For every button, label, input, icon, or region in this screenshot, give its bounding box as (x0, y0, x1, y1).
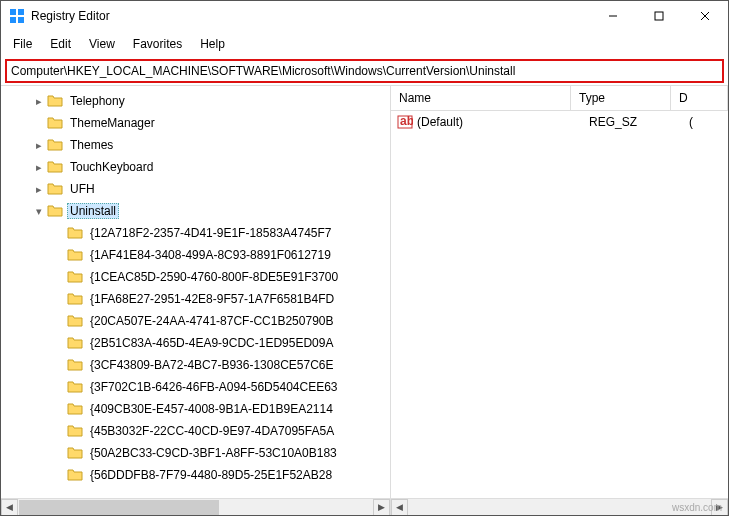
tree-item-label: ThemeManager (67, 115, 158, 131)
tree-item[interactable]: ▾Uninstall (1, 200, 390, 222)
value-type: REG_SZ (589, 115, 689, 129)
value-data: ( (689, 115, 722, 129)
folder-icon (47, 137, 63, 153)
menu-edit[interactable]: Edit (42, 33, 79, 55)
title-bar: Registry Editor (1, 1, 728, 31)
tree-item[interactable]: {409CB30E-E457-4008-9B1A-ED1B9EA2114 (1, 398, 390, 420)
folder-icon (67, 335, 83, 351)
tree-item-label: {12A718F2-2357-4D41-9E1F-18583A4745F7 (87, 225, 335, 241)
expand-icon[interactable]: ▾ (31, 205, 47, 218)
tree-item-label: {409CB30E-E457-4008-9B1A-ED1B9EA2114 (87, 401, 336, 417)
svg-rect-0 (10, 9, 16, 15)
tree-item[interactable]: ▸TouchKeyboard (1, 156, 390, 178)
tree-item[interactable]: {1CEAC85D-2590-4760-800F-8DE5E91F3700 (1, 266, 390, 288)
folder-icon (47, 115, 63, 131)
svg-rect-2 (10, 17, 16, 23)
svg-text:ab: ab (400, 114, 413, 128)
tree-item[interactable]: ThemeManager (1, 112, 390, 134)
tree-item[interactable]: {3CF43809-BA72-4BC7-B936-1308CE57C6E (1, 354, 390, 376)
string-value-icon: ab (397, 114, 413, 130)
expand-icon[interactable]: ▸ (31, 95, 47, 108)
watermark: wsxdn.com (672, 502, 722, 513)
address-bar[interactable]: Computer\HKEY_LOCAL_MACHINE\SOFTWARE\Mic… (5, 59, 724, 83)
close-button[interactable] (682, 1, 728, 31)
folder-icon (67, 313, 83, 329)
tree-view[interactable]: ▸TelephonyThemeManager▸Themes▸TouchKeybo… (1, 86, 390, 498)
folder-icon (67, 467, 83, 483)
tree-item-label: {56DDDFB8-7F79-4480-89D5-25E1F52AB28 (87, 467, 335, 483)
folder-icon (47, 93, 63, 109)
tree-item-label: {3F702C1B-6426-46FB-A094-56D5404CEE63 (87, 379, 341, 395)
menu-favorites[interactable]: Favorites (125, 33, 190, 55)
list-header[interactable]: Name Type D (391, 86, 728, 111)
folder-icon (67, 357, 83, 373)
list-header-data[interactable]: D (671, 86, 728, 110)
tree-item-label: Telephony (67, 93, 128, 109)
tree-item[interactable]: ▸Telephony (1, 90, 390, 112)
address-bar-container: Computer\HKEY_LOCAL_MACHINE\SOFTWARE\Mic… (1, 57, 728, 85)
scroll-left-arrow[interactable]: ◀ (391, 499, 408, 516)
menu-bar: FileEditViewFavoritesHelp (1, 31, 728, 57)
tree-item[interactable]: {2B51C83A-465D-4EA9-9CDC-1ED95ED09A (1, 332, 390, 354)
tree-hscrollbar[interactable]: ◀ ▶ (1, 498, 390, 515)
menu-help[interactable]: Help (192, 33, 233, 55)
list-view[interactable]: ab(Default)REG_SZ( (391, 111, 728, 498)
list-header-type[interactable]: Type (571, 86, 671, 110)
folder-icon (47, 159, 63, 175)
tree-item[interactable]: {1FA68E27-2951-42E8-9F57-1A7F6581B4FD (1, 288, 390, 310)
folder-icon (67, 291, 83, 307)
folder-icon (47, 203, 63, 219)
maximize-button[interactable] (636, 1, 682, 31)
svg-rect-1 (18, 9, 24, 15)
minimize-button[interactable] (590, 1, 636, 31)
scroll-left-arrow[interactable]: ◀ (1, 499, 18, 516)
tree-item-label: UFH (67, 181, 98, 197)
svg-rect-5 (655, 12, 663, 20)
tree-item[interactable]: {1AF41E84-3408-499A-8C93-8891F0612719 (1, 244, 390, 266)
list-pane: Name Type D ab(Default)REG_SZ( ◀ ▶ (391, 86, 728, 515)
folder-icon (67, 379, 83, 395)
folder-icon (67, 225, 83, 241)
scroll-right-arrow[interactable]: ▶ (373, 499, 390, 516)
tree-pane: ▸TelephonyThemeManager▸Themes▸TouchKeybo… (1, 86, 391, 515)
tree-item-label: Uninstall (67, 203, 119, 219)
tree-item-label: Themes (67, 137, 116, 153)
expand-icon[interactable]: ▸ (31, 161, 47, 174)
folder-icon (47, 181, 63, 197)
tree-item[interactable]: ▸UFH (1, 178, 390, 200)
tree-item[interactable]: {20CA507E-24AA-4741-87CF-CC1B250790B (1, 310, 390, 332)
tree-item[interactable]: {3F702C1B-6426-46FB-A094-56D5404CEE63 (1, 376, 390, 398)
tree-item-label: {1AF41E84-3408-499A-8C93-8891F0612719 (87, 247, 334, 263)
list-row[interactable]: ab(Default)REG_SZ( (391, 111, 728, 133)
folder-icon (67, 445, 83, 461)
tree-item-label: {45B3032F-22CC-40CD-9E97-4DA7095FA5A (87, 423, 337, 439)
menu-file[interactable]: File (5, 33, 40, 55)
tree-item[interactable]: {12A718F2-2357-4D41-9E1F-18583A4745F7 (1, 222, 390, 244)
tree-item[interactable]: {45B3032F-22CC-40CD-9E97-4DA7095FA5A (1, 420, 390, 442)
tree-item-label: {1FA68E27-2951-42E8-9F57-1A7F6581B4FD (87, 291, 337, 307)
folder-icon (67, 247, 83, 263)
tree-item-label: {50A2BC33-C9CD-3BF1-A8FF-53C10A0B183 (87, 445, 340, 461)
expand-icon[interactable]: ▸ (31, 183, 47, 196)
tree-item[interactable]: ▸Themes (1, 134, 390, 156)
tree-item-label: {3CF43809-BA72-4BC7-B936-1308CE57C6E (87, 357, 337, 373)
window-title: Registry Editor (31, 9, 590, 23)
tree-item[interactable]: {50A2BC33-C9CD-3BF1-A8FF-53C10A0B183 (1, 442, 390, 464)
tree-item-label: TouchKeyboard (67, 159, 156, 175)
folder-icon (67, 269, 83, 285)
expand-icon[interactable]: ▸ (31, 139, 47, 152)
folder-icon (67, 401, 83, 417)
menu-view[interactable]: View (81, 33, 123, 55)
scroll-thumb[interactable] (19, 500, 219, 515)
tree-item[interactable]: {56DDDFB8-7F79-4480-89D5-25E1F52AB28 (1, 464, 390, 486)
tree-item-label: {2B51C83A-465D-4EA9-9CDC-1ED95ED09A (87, 335, 336, 351)
svg-rect-3 (18, 17, 24, 23)
tree-item-label: {20CA507E-24AA-4741-87CF-CC1B250790B (87, 313, 337, 329)
app-icon (9, 8, 25, 24)
value-name: (Default) (417, 115, 589, 129)
content-split: ▸TelephonyThemeManager▸Themes▸TouchKeybo… (1, 85, 728, 515)
folder-icon (67, 423, 83, 439)
list-header-name[interactable]: Name (391, 86, 571, 110)
tree-item-label: {1CEAC85D-2590-4760-800F-8DE5E91F3700 (87, 269, 341, 285)
